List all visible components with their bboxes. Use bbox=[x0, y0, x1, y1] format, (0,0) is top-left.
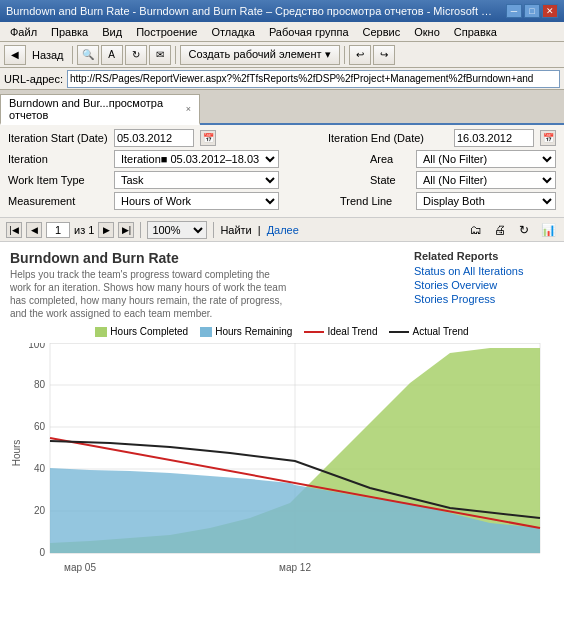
menu-edit[interactable]: Правка bbox=[45, 25, 94, 39]
menu-window[interactable]: Окно bbox=[408, 25, 446, 39]
menu-file[interactable]: Файл bbox=[4, 25, 43, 39]
address-input[interactable] bbox=[67, 70, 560, 88]
chart-title: Burndown and Burn Rate bbox=[10, 250, 290, 266]
work-item-type-label: Work Item Type bbox=[8, 174, 108, 186]
svg-text:0: 0 bbox=[39, 547, 45, 558]
toolbar-icon2[interactable]: ↪ bbox=[373, 45, 395, 65]
close-button[interactable]: ✕ bbox=[542, 4, 558, 18]
area-select[interactable]: All (No Filter) bbox=[416, 150, 556, 168]
filter-row-1: Iteration Start (Date) 📅 Iteration End (… bbox=[8, 129, 556, 147]
menu-debug[interactable]: Отладка bbox=[205, 25, 260, 39]
iteration-end-calendar[interactable]: 📅 bbox=[540, 130, 556, 146]
title-bar-buttons: ─ □ ✕ bbox=[506, 4, 558, 18]
next-page-button[interactable]: ▶ bbox=[98, 222, 114, 238]
minimize-button[interactable]: ─ bbox=[506, 4, 522, 18]
prev-page-button[interactable]: ◀ bbox=[26, 222, 42, 238]
ideal-trend-swatch bbox=[304, 331, 324, 333]
work-item-type-select[interactable]: Task bbox=[114, 171, 279, 189]
chart-svg: 0 20 40 60 80 100 Hours мар 05 мар 12 bbox=[10, 343, 550, 583]
toolbar-btn1[interactable]: 🔍 bbox=[77, 45, 99, 65]
chart-info: Burndown and Burn Rate Helps you track t… bbox=[10, 250, 290, 320]
print-icon[interactable]: 🖨 bbox=[490, 221, 510, 239]
menu-help[interactable]: Справка bbox=[448, 25, 503, 39]
iteration-start-input[interactable] bbox=[114, 129, 194, 147]
title-bar: Burndown and Burn Rate - Burndown and Bu… bbox=[0, 0, 564, 22]
pipe-sep: | bbox=[258, 224, 261, 236]
measurement-select[interactable]: Hours of Work bbox=[114, 192, 279, 210]
filter-row-4: Measurement Hours of Work Trend Line Dis… bbox=[8, 192, 556, 210]
trend-line-select[interactable]: Display Both bbox=[416, 192, 556, 210]
svg-text:мар 05: мар 05 bbox=[64, 562, 96, 573]
hours-completed-label: Hours Completed bbox=[110, 326, 188, 337]
iteration-label: Iteration bbox=[8, 153, 108, 165]
chart-container: 0 20 40 60 80 100 Hours мар 05 мар 12 bbox=[10, 343, 554, 585]
trend-line-label: Trend Line bbox=[340, 195, 410, 207]
menu-tools[interactable]: Сервис bbox=[357, 25, 407, 39]
chart-legend: Hours Completed Hours Remaining Ideal Tr… bbox=[10, 326, 554, 337]
related-title: Related Reports bbox=[414, 250, 554, 262]
svg-text:80: 80 bbox=[34, 379, 46, 390]
iteration-start-label: Iteration Start (Date) bbox=[8, 132, 108, 144]
filter-row-3: Work Item Type Task State All (No Filter… bbox=[8, 171, 556, 189]
main-toolbar: ◀ Назад 🔍 A ↻ ✉ Создать рабочий элемент … bbox=[0, 42, 564, 68]
related-link-2[interactable]: Stories Overview bbox=[414, 279, 554, 291]
chart-area: Burndown and Burn Rate Helps you track t… bbox=[0, 242, 564, 593]
page-number-input[interactable] bbox=[46, 222, 70, 238]
svg-text:Hours: Hours bbox=[11, 440, 22, 467]
iteration-end-label: Iteration End (Date) bbox=[328, 132, 448, 144]
rt-sep2 bbox=[213, 222, 214, 238]
total-pages: из 1 bbox=[74, 224, 94, 236]
iteration-end-input[interactable] bbox=[454, 129, 534, 147]
create-work-item-button[interactable]: Создать рабочий элемент ▾ bbox=[180, 45, 340, 65]
actual-trend-label: Actual Trend bbox=[412, 326, 468, 337]
filter-row-2: Iteration Iteration■ 05.03.2012–18.03.20… bbox=[8, 150, 556, 168]
address-label: URL-адрес: bbox=[4, 73, 63, 85]
legend-hours-remaining: Hours Remaining bbox=[200, 326, 292, 337]
toolbar-sep1 bbox=[72, 46, 73, 64]
report-toolbar: |◀ ◀ из 1 ▶ ▶| 100% Найти | Далее 🗂 🖨 ↻ … bbox=[0, 218, 564, 242]
measurement-label: Measurement bbox=[8, 195, 108, 207]
menu-bar: Файл Правка Вид Построение Отладка Рабоч… bbox=[0, 22, 564, 42]
toolbar-btn2[interactable]: A bbox=[101, 45, 123, 65]
filter-area: Iteration Start (Date) 📅 Iteration End (… bbox=[0, 125, 564, 218]
toolbar-icon1[interactable]: ↩ bbox=[349, 45, 371, 65]
maximize-button[interactable]: □ bbox=[524, 4, 540, 18]
last-page-button[interactable]: ▶| bbox=[118, 222, 134, 238]
back-label[interactable]: Назад bbox=[28, 49, 68, 61]
main-tab[interactable]: Burndown and Bur...просмотра отчетов × bbox=[0, 94, 200, 125]
related-reports: Related Reports Status on All Iterations… bbox=[414, 250, 554, 320]
hours-completed-swatch bbox=[95, 327, 107, 337]
svg-text:40: 40 bbox=[34, 463, 46, 474]
report-viewer: Iteration Start (Date) 📅 Iteration End (… bbox=[0, 125, 564, 632]
next-link[interactable]: Далее bbox=[267, 224, 299, 236]
export-icon[interactable]: 🗂 bbox=[466, 221, 486, 239]
refresh-icon[interactable]: ↻ bbox=[514, 221, 534, 239]
iteration-select[interactable]: Iteration■ 05.03.2012–18.03.2012 bbox=[114, 150, 279, 168]
toolbar-btn4[interactable]: ✉ bbox=[149, 45, 171, 65]
hours-remaining-label: Hours Remaining bbox=[215, 326, 292, 337]
related-link-3[interactable]: Stories Progress bbox=[414, 293, 554, 305]
first-page-button[interactable]: |◀ bbox=[6, 222, 22, 238]
back-button[interactable]: ◀ bbox=[4, 45, 26, 65]
tab-close-icon[interactable]: × bbox=[186, 104, 191, 114]
title-bar-text: Burndown and Burn Rate - Burndown and Bu… bbox=[6, 5, 496, 17]
actual-trend-swatch bbox=[389, 331, 409, 333]
zoom-select[interactable]: 100% bbox=[147, 221, 207, 239]
ideal-trend-label: Ideal Trend bbox=[327, 326, 377, 337]
hours-remaining-swatch bbox=[200, 327, 212, 337]
svg-text:мар 12: мар 12 bbox=[279, 562, 311, 573]
toolbar-sep3 bbox=[344, 46, 345, 64]
tab-label: Burndown and Bur...просмотра отчетов bbox=[9, 97, 182, 121]
svg-text:100: 100 bbox=[28, 343, 45, 350]
iteration-start-calendar[interactable]: 📅 bbox=[200, 130, 216, 146]
svg-text:20: 20 bbox=[34, 505, 46, 516]
legend-actual-trend: Actual Trend bbox=[389, 326, 468, 337]
chart-icon[interactable]: 📊 bbox=[538, 221, 558, 239]
menu-view[interactable]: Вид bbox=[96, 25, 128, 39]
menu-team[interactable]: Рабочая группа bbox=[263, 25, 355, 39]
related-link-1[interactable]: Status on All Iterations bbox=[414, 265, 554, 277]
legend-hours-completed: Hours Completed bbox=[95, 326, 188, 337]
state-select[interactable]: All (No Filter) bbox=[416, 171, 556, 189]
toolbar-btn3[interactable]: ↻ bbox=[125, 45, 147, 65]
menu-build[interactable]: Построение bbox=[130, 25, 203, 39]
